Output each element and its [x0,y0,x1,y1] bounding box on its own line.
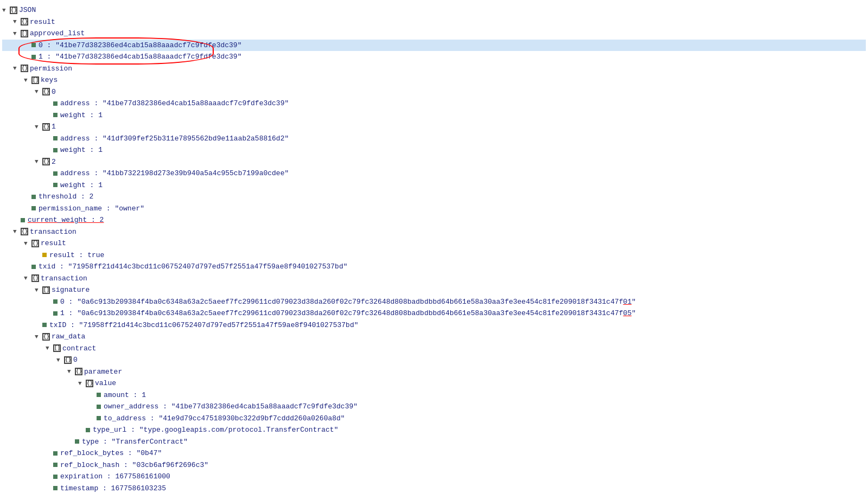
type-url-line: type_url : "type.googleapis.com/protocol… [2,424,866,436]
keys-line: ▼ [] keys [2,74,866,86]
approved-list-key: approved_list [30,28,85,39]
ref-block-bytes-line: ref_block_bytes : "0b47" [2,447,866,459]
keys-0-key: 0 [52,87,56,98]
txid-leaf [31,265,36,269]
approved-0-leaf [31,43,36,47]
keys-1-toggle[interactable]: ▼ [35,123,41,132]
weight0-leaf [53,113,58,117]
keys-1-line: ▼ {} 1 [2,121,866,133]
keys-0-obj-icon: {} [42,88,50,95]
permission-toggle[interactable]: ▼ [13,64,20,73]
expiration-val: expiration : 1677586161000 [60,471,170,482]
contract-0-toggle[interactable]: ▼ [56,356,63,365]
addr1-line: address : "41df309fef25b311e7895562bd9e1… [2,133,866,145]
weight0-line: weight : 1 [2,110,866,121]
timestamp-val: timestamp : 1677586103235 [60,483,166,494]
addr2-val: address : "41bb7322198d273e39b940a5a4c95… [60,168,289,179]
root-obj-icon: {} [10,7,17,14]
approved-list-toggle[interactable]: ▼ [13,29,20,39]
t-transaction-line: ▼ {} transaction [2,273,866,285]
to-address-leaf [97,416,101,420]
weight2-val: weight : 1 [60,180,103,191]
threshold-val: threshold : 2 [39,191,93,202]
transaction-toggle[interactable]: ▼ [13,227,20,236]
current-weight-val: current_weight : 2 [28,215,104,226]
weight2-leaf [53,183,58,187]
sig1-leaf [53,311,58,316]
contract-line: ▼ [] contract [2,343,866,355]
current-weight-leaf [21,218,25,222]
approved-list-arr-icon: [] [21,30,28,37]
approved-1-leaf [31,55,36,59]
approved-1-line: 1 : "41be77d382386ed4cab15a88aaadcf7c9fd… [2,51,866,63]
weight1-leaf [53,148,58,152]
addr0-val: address : "41be77d382386ed4cab15a88aaadc… [60,98,289,109]
transaction-key: transaction [30,227,76,238]
parameter-toggle[interactable]: ▼ [67,367,74,376]
txID-line: txID : "71958ff21d414c3bcd11c06752407d79… [2,319,866,331]
current-weight-line: current_weight : 2 [2,214,866,226]
raw-data-line: ▼ {} raw_data [2,331,866,343]
approved-list-section: ▼ [] approved_list 0 : "41be77d382386ed4… [2,28,866,63]
to-address-line: to_address : "41e9d79cc47518930bc322d9bf… [2,413,866,425]
addr0-line: address : "41be77d382386ed4cab15a88aaadc… [2,98,866,110]
t-result-leaf [42,253,47,257]
signature-key: signature [52,285,90,296]
amount-val: amount : 1 [104,390,146,401]
expiration-line: expiration : 1677586161000 [2,471,866,483]
owner-address-line: owner_address : "41be77d382386ed4cab15a8… [2,401,866,413]
permission-obj-icon: {} [21,65,28,72]
sig0-leaf [53,299,58,304]
sig0-underline: 01 [623,298,632,306]
keys-0-toggle[interactable]: ▼ [35,87,41,97]
weight1-line: weight : 1 [2,144,866,156]
ref-block-hash-val: ref_block_hash : "03cb6af96f2696c3" [60,460,208,471]
sig1-line: 1 : "0a6c913b209384f4ba0c6348a63a2c5aeef… [2,308,866,319]
type-val: type : "TransferContract" [82,437,188,447]
t-result-val-line: result : true [2,249,866,261]
approved-0-val: 0 : "41be77d382386ed4cab15a88aaadcf7c9fd… [39,40,241,51]
result-toggle[interactable]: ▼ [13,17,20,27]
permission-name-val: permission_name : "owner" [39,203,144,214]
t-transaction-toggle[interactable]: ▼ [24,274,30,283]
addr0-leaf [53,101,58,106]
timestamp-line: timestamp : 1677586103235 [2,483,866,494]
keys-1-obj-icon: {} [42,123,50,131]
contract-arr-icon: [] [53,344,61,352]
txID-leaf [42,323,47,327]
permission-name-line: permission_name : "owner" [2,203,866,215]
keys-2-toggle[interactable]: ▼ [35,157,41,167]
root-toggle[interactable]: ▼ [2,6,9,15]
sig0-line: 0 : "0a6c913b209384f4ba0c6348a63a2c5aeef… [2,296,866,308]
sig1-underline: 05 [623,309,632,317]
sig1-val: 1 : "0a6c913b209384f4ba0c6348a63a2c5aeef… [60,308,636,319]
raw-data-toggle[interactable]: ▼ [35,332,41,342]
t-transaction-obj-icon: {} [31,274,39,282]
value-toggle[interactable]: ▼ [78,379,85,388]
weight0-val: weight : 1 [60,110,103,121]
expiration-leaf [53,475,58,479]
txid-val: txid : "71958ff21d414c3bcd11c06752407d79… [39,261,348,272]
raw-data-key: raw_data [52,331,85,342]
transaction-obj-icon: {} [21,228,28,235]
addr1-leaf [53,136,58,140]
t-result-key: result [41,238,66,249]
signature-toggle[interactable]: ▼ [35,286,41,295]
parameter-line: ▼ {} parameter [2,366,866,378]
weight1-val: weight : 1 [60,145,103,156]
t-result-obj-icon: {} [31,240,39,247]
signature-line: ▼ [] signature [2,284,866,296]
t-result-val: result : true [49,250,104,261]
to-address-val: to_address : "41e9d79cc47518930bc322d9bf… [104,413,345,424]
threshold-leaf [31,195,36,199]
parameter-obj-icon: {} [75,368,82,375]
contract-toggle[interactable]: ▼ [46,344,52,353]
ref-block-hash-leaf [53,463,58,467]
keys-toggle[interactable]: ▼ [24,76,30,85]
type-leaf [75,439,79,444]
addr2-line: address : "41bb7322198d273e39b940a5a4c95… [2,168,866,180]
keys-0-line: ▼ {} 0 [2,86,866,98]
json-tree: ▼ {} JSON ▼ {} result ▼ [] approved_list… [2,4,866,493]
t-result-toggle[interactable]: ▼ [24,239,30,248]
keys-arr-icon: [] [31,76,39,84]
